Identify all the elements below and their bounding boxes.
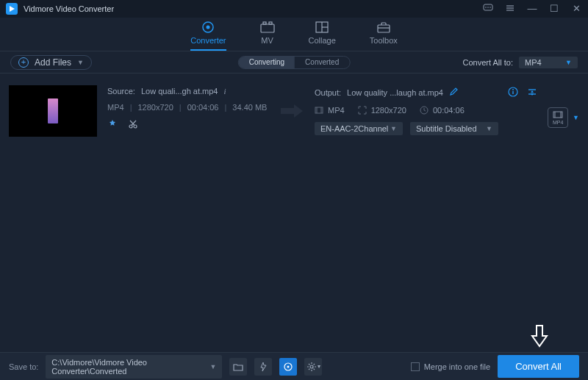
chevron-down-icon: ▼ [209,363,216,370]
subtab-converting[interactable]: Converting [239,57,295,68]
minimize-button[interactable]: — [526,4,538,14]
tab-toolbox[interactable]: Toolbox [370,21,398,51]
film-icon [553,111,563,118]
source-size: 34.40 MB [232,103,267,112]
film-icon [315,107,323,114]
add-files-button[interactable]: + Add Files ▼ [10,55,92,70]
toolbox-icon [376,21,391,34]
titlebar: Vidmore Video Converter — ☐ ✕ [0,0,588,18]
svg-line-46 [313,368,314,369]
hw-accel-off-button[interactable] [254,358,272,376]
output-duration: 00:04:06 [433,106,465,115]
svg-marker-22 [281,104,303,118]
svg-point-39 [287,365,290,368]
tab-collage[interactable]: Collage [309,21,336,51]
chevron-down-icon: ▼ [565,59,572,66]
subtab-converted[interactable]: Converted [295,57,349,68]
main-tabs: Converter MV Collage Toolbox [0,18,588,51]
svg-point-2 [485,7,487,8]
checkbox-icon [411,362,420,371]
format-button-label: MP4 [553,120,563,125]
chevron-down-icon: ▾ [318,363,320,370]
audio-track-select[interactable]: EN-AAC-2Channel ▼ [315,122,403,135]
thumbnail-preview [48,98,58,123]
source-resolution: 1280x720 [137,103,173,112]
source-duration: 00:04:06 [187,103,219,112]
edit-effects-icon[interactable] [107,119,118,131]
file-item: Source: Low quali...gh at.mp4 i MP4| 128… [0,74,588,148]
merge-label: Merge into one file [424,362,491,371]
video-thumbnail[interactable] [9,85,97,137]
chevron-down-icon: ▼ [77,59,84,66]
svg-rect-16 [378,25,390,32]
output-format: MP4 [328,106,345,115]
audio-track-value: EN-AAC-2Channel [320,124,388,133]
high-speed-on-button[interactable] [279,358,297,376]
output-label: Output: [315,88,341,97]
tab-label: Toolbox [370,36,398,45]
feedback-icon[interactable] [482,4,494,14]
subtitle-select[interactable]: Subtitle Disabled ▼ [410,122,498,135]
info-icon[interactable] [508,87,518,98]
save-to-label: Save to: [9,362,38,371]
clock-icon [420,106,429,115]
svg-line-45 [309,364,309,365]
close-button[interactable]: ✕ [570,4,582,14]
merge-checkbox[interactable]: Merge into one file [411,362,491,371]
resolution-icon [358,106,367,115]
tab-mv[interactable]: MV [260,21,275,51]
convert-all-to-label: Convert All to: [463,58,513,67]
add-files-label: Add Files [35,57,71,68]
arrow-right-icon [279,102,304,120]
tab-label: Converter [190,36,226,45]
svg-rect-11 [263,22,266,24]
app-logo [6,3,18,15]
settings-button[interactable]: ▾ [304,358,322,376]
svg-rect-12 [269,22,272,24]
footer: Save to: C:\Vidmore\Vidmore Video Conver… [0,352,588,380]
convert-all-button[interactable]: Convert All [498,355,579,378]
compress-icon[interactable] [527,87,537,98]
maximize-button[interactable]: ☐ [548,4,560,14]
svg-marker-28 [531,90,534,93]
source-format: MP4 [107,103,124,112]
subtitle-value: Subtitle Disabled [416,124,477,133]
toolbar: + Add Files ▼ Converting Converted Conve… [0,51,588,74]
tab-label: MV [261,36,273,45]
collage-icon [315,21,329,34]
open-folder-button[interactable] [229,358,247,376]
svg-point-40 [310,365,313,368]
convert-all-to-value: MP4 [525,58,542,67]
save-path-select[interactable]: C:\Vidmore\Vidmore Video Converter\Conve… [46,355,222,379]
svg-point-4 [490,7,491,8]
svg-point-3 [487,7,489,8]
output-format-button[interactable]: MP4 ▼ [548,107,579,128]
cut-icon[interactable] [128,119,138,131]
converter-icon [201,21,215,34]
output-resolution: 1280x720 [371,106,406,115]
svg-line-47 [309,368,309,369]
svg-point-9 [207,26,210,29]
source-label: Source: [107,87,135,96]
edit-icon[interactable] [449,87,458,98]
menu-icon[interactable] [504,4,516,14]
svg-line-48 [313,364,314,365]
svg-point-25 [512,89,514,90]
chevron-down-icon: ▼ [390,125,397,132]
annotation-arrow [531,324,548,348]
mv-icon [260,21,275,34]
tab-label: Collage [309,36,336,45]
tab-converter[interactable]: Converter [190,21,226,51]
sub-tabs: Converting Converted [238,56,351,69]
output-filename: Low quality ...laugh at.mp4 [347,88,443,97]
chevron-down-icon: ▼ [573,114,579,121]
svg-marker-37 [261,362,266,371]
app-title: Vidmore Video Converter [24,4,482,13]
convert-all-to-select[interactable]: MP4 ▼ [519,57,578,68]
svg-rect-10 [261,24,274,32]
source-filename: Low quali...gh at.mp4 [141,87,218,96]
svg-marker-0 [10,6,15,12]
chevron-down-icon: ▼ [486,125,492,132]
plus-icon: + [18,57,29,68]
info-icon[interactable]: i [224,87,226,96]
